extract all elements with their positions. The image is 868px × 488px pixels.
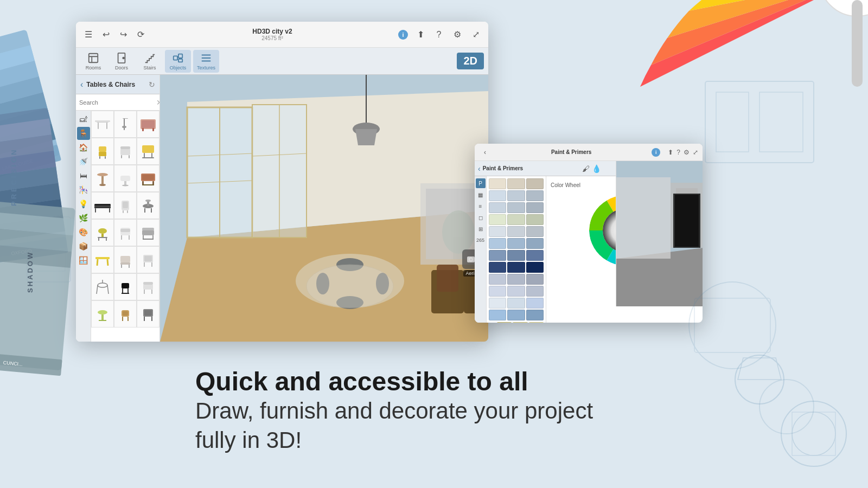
main-heading: Quick and accessible to all (195, 368, 593, 396)
svg-point-183 (792, 412, 835, 455)
color-fan-background (640, 0, 868, 228)
bottom-text-area: Quick and accessible to all Draw, furnis… (195, 368, 593, 455)
svg-rect-38 (852, 0, 863, 87)
svg-point-182 (781, 401, 846, 466)
svg-text:PRECISION: PRECISION (10, 147, 18, 206)
blueprint-right (651, 271, 868, 488)
main-subtext: Draw, furnish and decorate your projectf… (195, 396, 593, 455)
paint-chips-left: LAKE LOUISE OXFORD CUNCI... (0, 0, 119, 488)
svg-text:SHADOW: SHADOW (26, 251, 34, 293)
